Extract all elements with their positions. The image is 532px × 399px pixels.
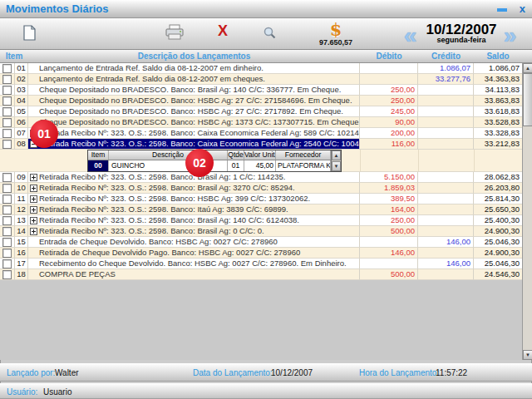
row-description-text: Entrada de Cheque Devolvido. Banco: HSBC… — [39, 237, 278, 247]
previous-day-button[interactable]: « — [404, 19, 417, 52]
grid-row-15[interactable]: 15Entrada de Cheque Devolvido. Banco: HS… — [0, 237, 522, 248]
row-item-number: 04 — [15, 96, 28, 106]
new-document-icon[interactable] — [23, 25, 36, 41]
row-saldo: 28.062,83 — [474, 172, 522, 183]
scroll-up-icon[interactable]: ▲ — [523, 63, 532, 73]
item-subgrid: Item Descrição Qtde Valor Unit. Forneced… — [87, 150, 342, 172]
data-lancamento-value: 10/12/2007 — [271, 368, 313, 377]
title-bar[interactable]: Movimentos Diários x — [0, 0, 532, 18]
subgrid-scroll-up-icon[interactable]: ▲ — [332, 150, 341, 160]
grid-row-10[interactable]: 10Retirada Recibo Nº: 323. O.S.: 2598. B… — [0, 183, 522, 194]
scrollbar-thumb[interactable] — [523, 73, 532, 126]
row-description: Retirada Recibo Nº: 323. O.S.: 2598. Ban… — [28, 226, 360, 237]
checkbox[interactable] — [2, 227, 12, 236]
checkbox[interactable] — [2, 205, 12, 214]
grid-row-05[interactable]: 05Cheque Depositado no BRADESCO. Banco: … — [0, 106, 522, 117]
grid-row-13[interactable]: 13Retirada Recibo Nº: 323. O.S.: 2598. B… — [0, 215, 522, 226]
checkbox[interactable] — [2, 107, 12, 116]
row-item-number: 14 — [15, 226, 28, 237]
subgrid-row[interactable]: 00 GUINCHO 01 45,00 PLATAFORMA KOS — [88, 160, 341, 171]
close-button[interactable]: x — [520, 2, 525, 15]
subrow-valor-unit: 45,00 — [244, 160, 276, 171]
balance-display[interactable]: $ 97.650,57 — [306, 21, 366, 47]
row-saldo: 24.546,30 — [474, 269, 522, 280]
row-checkbox-cell — [0, 117, 15, 128]
checkbox[interactable] — [2, 270, 12, 279]
row-item-number: 03 — [15, 85, 28, 96]
checkbox[interactable] — [2, 173, 12, 182]
grid-header: Item Descrição dos Lançamentos Débito Cr… — [0, 50, 532, 63]
subgrid-scroll-down-icon[interactable]: ▼ — [332, 161, 341, 171]
row-description-text: Retirada de Cheque Devolvido Pago. Banco… — [39, 248, 300, 258]
checkbox[interactable] — [2, 195, 12, 204]
checkbox[interactable] — [2, 216, 12, 225]
checkbox[interactable] — [2, 259, 12, 268]
checkbox[interactable] — [2, 238, 12, 247]
grid-row-14[interactable]: 14Retirada Recibo Nº: 323. O.S.: 2598. B… — [0, 226, 522, 237]
scroll-down-icon[interactable]: ▼ — [523, 350, 532, 360]
grid-row-09[interactable]: 09Retirada Recibo Nº: 323. O.S.: 2598. B… — [0, 172, 522, 183]
next-day-button[interactable]: » — [504, 19, 517, 52]
checkbox[interactable] — [2, 249, 12, 258]
row-debito: 389,50 — [360, 194, 418, 204]
row-checkbox-cell — [0, 63, 15, 74]
delete-icon[interactable]: X — [218, 22, 228, 40]
lancado-por-label: Lançado por: — [7, 368, 55, 377]
expand-icon[interactable] — [30, 206, 37, 214]
expand-icon[interactable] — [30, 217, 37, 224]
minimize-button[interactable] — [497, 8, 507, 12]
row-description: Retirada Recibo Nº: 323. O.S.: 2598. Ban… — [28, 183, 360, 194]
grid-row-11[interactable]: 11Retirada Recibo Nº: 323. O.S.: 2598. B… — [0, 194, 522, 204]
expand-icon[interactable] — [30, 228, 37, 235]
row-item-number: 15 — [15, 237, 28, 248]
row-checkbox-cell — [0, 259, 15, 269]
grid-row-12[interactable]: 12Retirada Recibo Nº: 323. O.S.: 2598. B… — [0, 204, 522, 215]
row-credito — [418, 85, 474, 96]
grid-row-08[interactable]: 08Retirada Recibo Nº: 323. O.S.: 2598. B… — [0, 139, 522, 150]
print-icon[interactable] — [165, 24, 185, 41]
row-credito — [418, 106, 474, 117]
checkbox[interactable] — [2, 86, 12, 95]
row-credito — [418, 204, 474, 215]
row-credito — [418, 128, 474, 139]
vertical-scrollbar[interactable]: ▲ ▼ — [522, 63, 532, 360]
subgrid-header: Item Descrição Qtde Valor Unit. Forneced… — [88, 150, 341, 160]
grid-row-03[interactable]: 03Cheque Depositado no BRADESCO. Banco: … — [0, 85, 522, 96]
grid-row-17[interactable]: 17Recebimento do Cheque Devolvido. Banco… — [0, 259, 522, 269]
search-icon[interactable] — [263, 26, 277, 40]
subgrid-scrollbar[interactable]: ▲ ▼ — [331, 150, 341, 171]
row-description: Cheque Depositado no BRADESCO. Banco: HS… — [28, 106, 360, 117]
grid-row-16[interactable]: 16Retirada de Cheque Devolvido Pago. Ban… — [0, 248, 522, 259]
row-saldo: 33.212,83 — [474, 139, 522, 150]
row-item-number: 11 — [15, 194, 28, 204]
expand-icon[interactable] — [30, 174, 37, 181]
row-credito — [418, 194, 474, 204]
grid-row-06[interactable]: 06Cheque Depositado no BRADESCO. Banco: … — [0, 117, 522, 128]
row-saldo: 33.328,83 — [474, 128, 522, 139]
grid-row-18[interactable]: 18COMPRA DE PEÇAS500,0024.546,30 — [0, 269, 522, 280]
checkbox[interactable] — [2, 118, 12, 127]
subheader-qtde: Qtde — [228, 150, 244, 160]
checkbox[interactable] — [2, 64, 12, 73]
row-saldo: 24.900,30 — [474, 226, 522, 237]
expand-icon[interactable] — [30, 185, 37, 192]
checkbox[interactable] — [2, 184, 12, 193]
checkbox[interactable] — [2, 140, 12, 149]
checkbox[interactable] — [2, 129, 12, 138]
grid-row-01[interactable]: 01Lançamento de Entrada Ref. Saldo dia 0… — [0, 63, 522, 74]
subheader-valor-unit: Valor Unit. — [244, 150, 276, 160]
row-credito — [418, 269, 474, 280]
row-description-text: Cheque Depositado no BRADESCO. Banco: HS… — [39, 96, 352, 106]
row-item-number: 01 — [15, 63, 28, 74]
checkbox[interactable] — [2, 75, 12, 84]
expand-icon[interactable] — [30, 195, 37, 203]
grid-row-07[interactable]: 07Retirada Recibo Nº: 323. O.S.: 2598. B… — [0, 128, 522, 139]
hora-lancamento-value: 11:57:22 — [436, 368, 467, 377]
usuario-label: Usuário: — [7, 387, 37, 397]
grid-row-02[interactable]: 02Lançamento de Entrada Ref. Saldo dia 0… — [0, 74, 522, 85]
row-debito — [360, 259, 418, 269]
checkbox[interactable] — [2, 96, 12, 106]
row-item-number: 09 — [15, 172, 28, 183]
grid-row-04[interactable]: 04Cheque Depositado no BRADESCO. Banco: … — [0, 96, 522, 106]
row-checkbox-cell — [0, 172, 15, 183]
